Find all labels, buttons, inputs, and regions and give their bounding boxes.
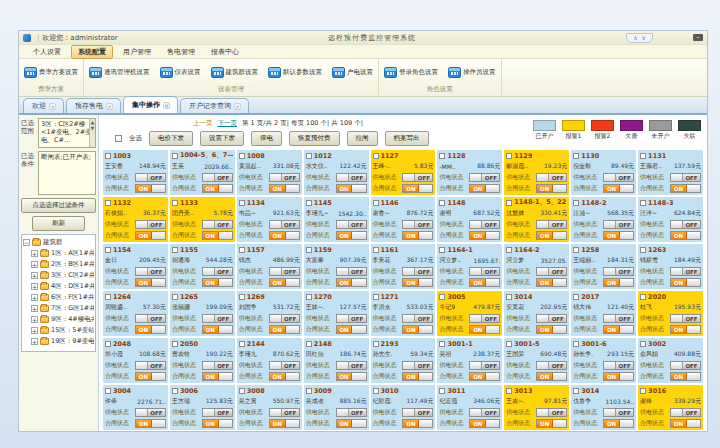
tree-item[interactable]: + 15区：5#变站（3…: [23, 325, 94, 336]
supply-toggle[interactable]: OFF: [336, 314, 367, 323]
switch-toggle[interactable]: ON: [603, 278, 634, 287]
meter-card[interactable]: 1157 钱杰 486.99元 供电状态 OFF: [237, 244, 302, 289]
card-checkbox[interactable]: [105, 200, 111, 206]
expand-icon[interactable]: +: [31, 272, 38, 279]
card-checkbox[interactable]: [439, 341, 445, 347]
switch-toggle[interactable]: ON: [670, 184, 701, 193]
menu-item[interactable]: 个人设置: [27, 46, 67, 58]
prev-page-link[interactable]: 上一页: [193, 119, 213, 128]
meter-card[interactable]: 2193 孙先生. 59.34元 供电状态 OFF: [371, 338, 436, 383]
ribbon-button[interactable]: 户电设置: [330, 65, 375, 80]
meter-card[interactable]: 2144 李瑾九 870.62元 供电状态 OFF: [237, 338, 302, 383]
card-checkbox[interactable]: [105, 341, 111, 347]
switch-toggle[interactable]: ON: [536, 231, 567, 240]
meter-card[interactable]: 1164-2 河立梦 3527.05. 供电状态 OFF: [504, 244, 569, 289]
switch-toggle[interactable]: ON: [202, 419, 233, 428]
supply-toggle[interactable]: OFF: [135, 220, 166, 229]
document-tab[interactable]: 预存售电 ×: [66, 98, 121, 113]
card-checkbox[interactable]: [239, 388, 245, 394]
meter-card[interactable]: 3004 许俸 2276.71.. 供电状态 OFF: [103, 385, 168, 430]
card-checkbox[interactable]: [439, 153, 445, 159]
meter-card[interactable]: 1127 王峰-.. 5.83元 供电状态 OFF: [371, 150, 436, 195]
tree-item[interactable]: + 2区：B区1#井(B区…: [23, 259, 94, 270]
supply-toggle[interactable]: OFF: [536, 267, 567, 276]
meter-card[interactable]: 3005 牛记9 479.87元 供电状态 OFF: [437, 291, 502, 336]
menu-item[interactable]: 售电管理: [161, 46, 201, 58]
tree-root[interactable]: − 建筑群: [23, 237, 94, 248]
ribbon-button[interactable]: 操作员设置: [446, 65, 498, 80]
card-checkbox[interactable]: [506, 247, 512, 253]
card-checkbox[interactable]: [506, 294, 512, 300]
supply-toggle[interactable]: OFF: [269, 408, 300, 417]
card-checkbox[interactable]: [239, 341, 245, 347]
document-tab[interactable]: 欢迎 ×: [23, 98, 64, 113]
document-tab[interactable]: 开户记录查询 ×: [180, 98, 249, 113]
tree-item[interactable]: + 19区：9#变电站（…: [23, 336, 94, 347]
ribbon-button[interactable]: 建筑群设置: [209, 65, 261, 80]
supply-toggle[interactable]: OFF: [202, 361, 233, 370]
card-checkbox[interactable]: [640, 294, 646, 300]
card-checkbox[interactable]: [373, 200, 379, 206]
switch-toggle[interactable]: ON: [603, 419, 634, 428]
quick-up-icon[interactable]: ∧: [633, 34, 637, 41]
card-checkbox[interactable]: [506, 200, 512, 206]
switch-toggle[interactable]: ON: [269, 278, 300, 287]
range-scrollbar[interactable]: ▲ ▼: [89, 119, 95, 147]
switch-toggle[interactable]: ON: [336, 231, 367, 240]
switch-toggle[interactable]: ON: [202, 278, 233, 287]
switch-toggle[interactable]: ON: [269, 372, 300, 381]
meter-card[interactable]: 1128 -MM.. 88.86元 供电状态 OFF: [437, 150, 502, 195]
ribbon-button[interactable]: 登录角色设置: [382, 65, 440, 80]
supply-toggle[interactable]: OFF: [269, 220, 300, 229]
switch-toggle[interactable]: ON: [202, 372, 233, 381]
menu-item[interactable]: 用户管理: [117, 46, 157, 58]
batch-action-button[interactable]: 拉闸: [347, 131, 378, 146]
selected-range-box[interactable]: 3区：C区2#楼 <1#变电、2#变电、C#… ▲ ▼: [38, 118, 96, 148]
ribbon-button[interactable]: 费率方案设置: [22, 65, 80, 80]
expand-icon[interactable]: +: [31, 316, 38, 323]
supply-toggle[interactable]: OFF: [336, 361, 367, 370]
card-checkbox[interactable]: [640, 388, 646, 394]
supply-toggle[interactable]: OFF: [202, 314, 233, 323]
switch-toggle[interactable]: ON: [670, 372, 701, 381]
supply-toggle[interactable]: OFF: [536, 408, 567, 417]
ribbon-button[interactable]: 仪表设置: [158, 65, 203, 80]
switch-toggle[interactable]: ON: [135, 184, 166, 193]
meter-card[interactable]: 1148-3 汪洋~ 624.84元 供电状态 OFF: [638, 197, 703, 242]
supply-toggle[interactable]: OFF: [269, 361, 300, 370]
switch-toggle[interactable]: ON: [135, 278, 166, 287]
card-checkbox[interactable]: [439, 200, 445, 206]
supply-toggle[interactable]: OFF: [135, 267, 166, 276]
card-checkbox[interactable]: [373, 388, 379, 394]
supply-toggle[interactable]: OFF: [269, 173, 300, 182]
tab-close-icon[interactable]: ×: [106, 103, 113, 110]
expand-icon[interactable]: +: [31, 250, 38, 257]
meter-card[interactable]: 3009 吴成者 885.16元 供电状态 OFF: [304, 385, 369, 430]
supply-toggle[interactable]: OFF: [469, 173, 500, 182]
switch-toggle[interactable]: ON: [135, 231, 166, 240]
refresh-button[interactable]: 刷新: [32, 216, 85, 231]
menu-item[interactable]: 系统配置: [71, 45, 113, 59]
supply-toggle[interactable]: OFF: [603, 267, 634, 276]
meter-card[interactable]: 1131 王薇君.. 137.59元 供电状态 OFF: [638, 150, 703, 195]
meter-card[interactable]: 1012 水文仪.. 122.42元 供电状态 OFF: [304, 150, 369, 195]
batch-action-button[interactable]: 电价下发: [149, 131, 193, 146]
switch-toggle[interactable]: ON: [603, 325, 634, 334]
meter-card[interactable]: 1263 钱娇雪 184.49元 供电状态 OFF: [638, 244, 703, 289]
switch-toggle[interactable]: ON: [670, 325, 701, 334]
supply-toggle[interactable]: OFF: [603, 361, 634, 370]
meter-card[interactable]: 3001-5 王国荣 690.48元 供电状态 OFF: [504, 338, 569, 383]
meter-card[interactable]: 3001-6 孙长争. 293.15元 供电状态 OFF: [571, 338, 636, 383]
meter-card[interactable]: 1269 刘国争 531.72元 供电状态 OFF: [237, 291, 302, 336]
switch-toggle[interactable]: ON: [603, 231, 634, 240]
scroll-down-icon[interactable]: ▼: [91, 125, 95, 131]
supply-toggle[interactable]: OFF: [202, 173, 233, 182]
switch-toggle[interactable]: ON: [536, 184, 567, 193]
supply-toggle[interactable]: OFF: [603, 314, 634, 323]
supply-toggle[interactable]: OFF: [202, 408, 233, 417]
card-checkbox[interactable]: [640, 153, 646, 159]
supply-toggle[interactable]: OFF: [603, 408, 634, 417]
card-checkbox[interactable]: [506, 341, 512, 347]
batch-action-button[interactable]: 恢复预付费: [289, 131, 340, 146]
card-checkbox[interactable]: [105, 247, 111, 253]
